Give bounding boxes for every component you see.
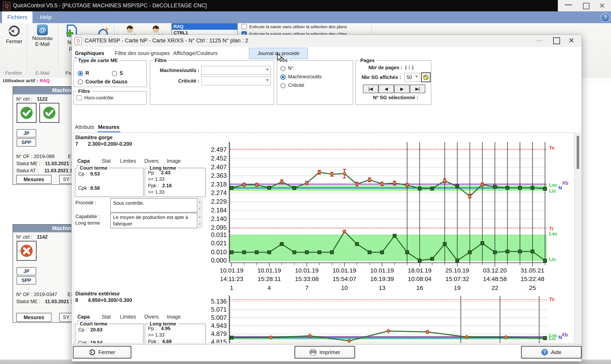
jp-button[interactable]: JP xyxy=(17,267,36,275)
status-error-icon xyxy=(20,244,33,257)
svg-text:N: N xyxy=(558,185,562,191)
maximize-icon[interactable] xyxy=(583,3,589,9)
user-list-item-raq[interactable]: RAQ xyxy=(172,24,237,30)
machines-outils-combo[interactable] xyxy=(201,66,271,75)
page-last-button[interactable]: ▶| xyxy=(410,85,425,93)
svg-text:2.140: 2.140 xyxy=(211,215,227,222)
fermer-tool-label: Fermer xyxy=(4,39,24,44)
svg-text:14:48:58: 14:48:58 xyxy=(483,275,507,282)
spp-label: SPP xyxy=(22,140,31,145)
radio-r[interactable] xyxy=(78,71,83,76)
radio-tri-n[interactable] xyxy=(280,66,286,71)
jp-button[interactable]: JP xyxy=(17,129,36,137)
mesures-label: Mesures xyxy=(24,177,44,182)
dialog-minimize-icon[interactable] xyxy=(536,40,543,41)
ribbon: Fichiers Help ? xyxy=(0,11,611,23)
dialog-maximize-icon[interactable] xyxy=(553,37,560,44)
svg-text:15:22:48: 15:22:48 xyxy=(521,275,545,282)
type-carte-groupbox: Type de carte ME R S Courbe de Gauss xyxy=(73,60,147,87)
help-icon: ? xyxy=(541,349,548,356)
mesures-button[interactable]: Mesures xyxy=(16,175,52,184)
sy-label: SY xyxy=(63,177,69,182)
hors-controle-checkbox[interactable] xyxy=(77,95,82,100)
dialog-title: CARTES MSP - Carte NP - Carte XR/XS - N°… xyxy=(85,38,248,44)
hors-controle-label: Hors-contrôle xyxy=(84,95,113,101)
filtre-groupbox: Filtre Machines/outils : Criticité : xyxy=(150,60,274,105)
status-ok-icon xyxy=(43,106,56,119)
svg-text:4.879: 4.879 xyxy=(211,330,227,338)
filtre2-groupbox: Filtre Hors-contrôle xyxy=(73,91,147,105)
main-window: Q QuickControl V5.5 - [PILOTAGE MACHINES… xyxy=(0,0,611,364)
spp-label: SPP xyxy=(22,278,31,283)
svg-text:0.010: 0.010 xyxy=(211,248,227,256)
radio-tri-machines-label: Machines/outils xyxy=(288,74,321,79)
panel-scrollbar[interactable] xyxy=(575,132,581,344)
ribbon-help-icon[interactable]: ? xyxy=(601,13,610,22)
tab-graphiques[interactable]: Graphiques xyxy=(75,50,104,56)
radio-gauss-label: Courbe de Gauss xyxy=(85,79,128,85)
user-actif-value: RAQ xyxy=(40,78,50,83)
radio-tri-machines[interactable] xyxy=(280,75,286,80)
user-actif-label: Utilisateur actif : xyxy=(3,78,38,83)
nbr-pages-value: 1 / 1 xyxy=(405,65,414,70)
nbr-sg-select[interactable]: 50 xyxy=(404,73,420,82)
ctrl-label: N° ctrl : xyxy=(16,234,32,240)
page-prev-button[interactable]: ◀ xyxy=(379,85,394,93)
minimize-icon[interactable] xyxy=(565,4,572,5)
printer-icon xyxy=(309,349,317,355)
radio-gauss[interactable] xyxy=(78,79,83,85)
svg-text:4: 4 xyxy=(267,285,271,291)
mesures-label: Mesures xyxy=(24,314,44,320)
group-label-email: E-Mail xyxy=(27,70,58,76)
criticite-combo[interactable] xyxy=(201,77,271,85)
svg-text:14:11:23: 14:11:23 xyxy=(220,275,243,282)
page-first-button[interactable]: |◀ xyxy=(363,85,378,93)
status-box-me[interactable] xyxy=(17,103,37,123)
tab-mesures-underline xyxy=(98,131,120,132)
checkbox-plans-box[interactable] xyxy=(241,24,247,29)
apply-sg-button[interactable] xyxy=(421,72,431,82)
dialog-titlebar[interactable]: Q CARTES MSP - Carte NP - Carte XR/XS - … xyxy=(72,35,582,47)
tab-fichiers[interactable]: Fichiers xyxy=(2,11,32,23)
tab-affichage-couleurs[interactable]: Affichage/Couleurs xyxy=(173,50,218,56)
nbr-pages-label: Nbr de pages : xyxy=(368,65,402,70)
radio-tri-criticite-label: Criticité xyxy=(288,82,304,88)
svg-text:7: 7 xyxy=(305,285,308,291)
nbr-sg-label: Nbr SG affichés : xyxy=(361,75,401,80)
app-logo-icon: Q xyxy=(3,2,11,10)
page-next-button[interactable]: ▶ xyxy=(394,85,410,93)
dialog-close-icon[interactable]: ✕ xyxy=(569,36,574,44)
tab-help[interactable]: Help xyxy=(36,11,56,23)
fermer-tool-button[interactable]: Fermer xyxy=(4,24,24,47)
tab-mesures[interactable]: Mesures xyxy=(98,124,120,130)
close-app-icon xyxy=(8,25,21,37)
spp-button[interactable]: SPP xyxy=(17,276,36,285)
sy-button[interactable]: SY xyxy=(59,313,73,322)
radio-s[interactable] xyxy=(112,71,117,76)
sy-button[interactable]: SY xyxy=(59,175,73,184)
status-box-me[interactable] xyxy=(17,241,37,261)
close-icon[interactable]: ✕ xyxy=(599,2,605,10)
svg-text:0.031: 0.031 xyxy=(211,231,227,238)
svg-text:2.452: 2.452 xyxy=(211,155,227,162)
window-title: QuickControl V5.5 - [PILOTAGE MACHINES M… xyxy=(13,2,207,9)
scrollbar-thumb[interactable] xyxy=(577,136,579,169)
svg-text:16: 16 xyxy=(416,285,423,291)
svg-text:Lic: Lic xyxy=(549,257,556,262)
ctrl-label: N° ctrl : xyxy=(16,96,32,102)
machine-card-title: Machine xyxy=(52,87,74,93)
tab-attributs[interactable]: Attributs xyxy=(75,124,94,130)
nouveau-email-label1: Nouveau xyxy=(30,35,55,41)
nouveau-email-button[interactable]: @ Nouveau E-Mail xyxy=(30,24,55,51)
tab-filtre-sous-groupes[interactable]: Filtre des sous-groupes xyxy=(115,50,170,56)
dialog-fermer-button[interactable]: Fermer xyxy=(73,346,131,359)
spp-button[interactable]: SPP xyxy=(17,138,36,146)
mesures-button[interactable]: Mesures xyxy=(16,313,52,322)
machines-outils-label: Machines/outils : xyxy=(152,67,199,73)
svg-text:4.943: 4.943 xyxy=(211,322,227,329)
aide-button[interactable]: ? Aide xyxy=(521,346,582,359)
status-box-at[interactable] xyxy=(39,103,59,123)
radio-tri-criticite[interactable] xyxy=(280,83,286,88)
imprimer-button[interactable]: Imprimer xyxy=(294,346,355,359)
statut-at-label: Statut AT : xyxy=(16,168,39,173)
